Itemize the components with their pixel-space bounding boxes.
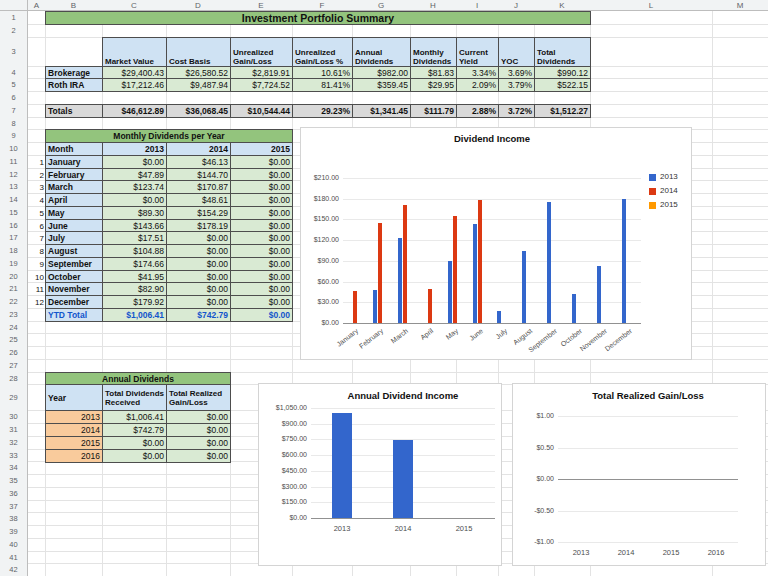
bar-2013-December bbox=[622, 199, 626, 323]
bar-Total Dividends-2014 bbox=[393, 440, 413, 518]
legend-label-2013: 2013 bbox=[660, 172, 692, 181]
bar-2013-November bbox=[597, 266, 601, 323]
legend-swatch-2014 bbox=[649, 188, 656, 195]
bar-2014-March bbox=[403, 205, 407, 323]
chart-plot-annual-dividend-income: $0.00$150.00$300.00$450.00$600.00$750.00… bbox=[259, 384, 501, 565]
bar-2013-March bbox=[398, 238, 402, 323]
bar-2014-January bbox=[353, 291, 357, 323]
bar-2013-July bbox=[497, 311, 501, 323]
bar-2014-June bbox=[478, 200, 482, 323]
x-label-2015: 2015 bbox=[649, 548, 693, 557]
bar-2013-February bbox=[373, 290, 377, 323]
bar-2014-May bbox=[453, 216, 457, 323]
chart-total-realized-gain-loss[interactable]: Total Realized Gain/Loss -$1.00-$0.50$0.… bbox=[512, 383, 766, 566]
spreadsheet-app: Investment Portfolio SummaryMarket Value… bbox=[0, 0, 768, 576]
bar-2013-October bbox=[572, 294, 576, 323]
legend-swatch-2015 bbox=[649, 202, 656, 209]
bar-2014-April bbox=[428, 289, 432, 323]
bar-2014-February bbox=[378, 223, 382, 323]
bar-2013-May bbox=[448, 261, 452, 323]
bar-Total Dividends-2013 bbox=[332, 413, 352, 518]
x-label-2013: 2013 bbox=[320, 524, 364, 533]
bar-2013-June bbox=[473, 224, 477, 323]
x-label-2014: 2014 bbox=[381, 524, 425, 533]
x-label-2014: 2014 bbox=[604, 548, 648, 557]
charts-layer: Dividend Income $0.00$30.00$60.00$90.00$… bbox=[0, 0, 768, 576]
chart-plot-dividend-income: $0.00$30.00$60.00$90.00$120.00$150.00$18… bbox=[301, 128, 691, 359]
chart-annual-dividend-income[interactable]: Annual Dividend Income $0.00$150.00$300.… bbox=[258, 383, 502, 566]
legend-label-2015: 2015 bbox=[660, 200, 692, 209]
x-label-2015: 2015 bbox=[442, 524, 486, 533]
legend-swatch-2013 bbox=[649, 174, 656, 181]
x-label-2016: 2016 bbox=[694, 548, 738, 557]
legend-label-2014: 2014 bbox=[660, 186, 692, 195]
chart-plot-total-realized-gain-loss: -$1.00-$0.50$0.00$0.50$1.002013201420152… bbox=[513, 384, 765, 565]
x-label-2013: 2013 bbox=[559, 548, 603, 557]
x-label-December: December bbox=[586, 327, 634, 366]
bar-2013-August bbox=[522, 251, 526, 323]
chart-dividend-income[interactable]: Dividend Income $0.00$30.00$60.00$90.00$… bbox=[300, 127, 692, 360]
bar-2013-September bbox=[547, 202, 551, 323]
